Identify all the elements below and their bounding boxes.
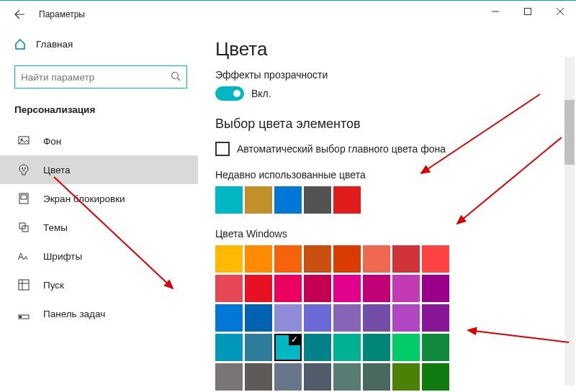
color-swatch[interactable] (392, 245, 420, 273)
search-box[interactable] (14, 65, 187, 88)
color-swatch[interactable] (215, 334, 243, 361)
color-swatch[interactable] (245, 275, 272, 302)
nav-icon (17, 279, 30, 291)
home-link[interactable]: Главная (14, 31, 191, 57)
nav-icon (17, 164, 30, 176)
color-swatch[interactable] (274, 245, 302, 273)
color-swatch[interactable] (392, 363, 420, 391)
transparency-label: Эффекты прозрачности (215, 69, 559, 81)
color-swatch[interactable] (215, 363, 243, 391)
scrollbar[interactable] (564, 57, 575, 386)
auto-color-label: Автоматический выбор главного цвета фона (237, 143, 446, 155)
auto-color-checkbox[interactable] (215, 142, 230, 156)
nav-item-3[interactable]: Темы (14, 213, 191, 242)
color-swatch[interactable] (392, 304, 420, 332)
nav-label: Цвета (43, 165, 71, 176)
transparency-toggle[interactable] (215, 86, 244, 101)
color-swatch[interactable] (333, 363, 361, 391)
search-input[interactable] (21, 72, 171, 83)
nav-item-0[interactable]: Фон (14, 127, 191, 155)
sidebar: Главная Персонализация ФонЦветаЭкран бло… (0, 28, 198, 392)
svg-point-6 (22, 168, 23, 169)
color-swatch[interactable] (304, 245, 331, 273)
maximize-button[interactable] (511, 1, 544, 22)
svg-text:A: A (24, 255, 28, 261)
nav-label: Экран блокировки (43, 193, 125, 204)
svg-rect-13 (19, 280, 29, 290)
nav-label: Пуск (43, 280, 64, 291)
svg-point-7 (24, 168, 26, 169)
svg-rect-10 (21, 195, 27, 199)
svg-rect-17 (19, 316, 22, 318)
nav-label: Фон (43, 136, 61, 147)
color-swatch[interactable] (363, 275, 390, 302)
color-swatch[interactable] (304, 186, 331, 214)
nav-item-4[interactable]: AAШрифты (14, 242, 191, 270)
color-swatch[interactable] (333, 304, 361, 332)
color-swatch[interactable] (215, 304, 243, 332)
nav-icon (17, 222, 30, 233)
svg-point-2 (172, 72, 179, 78)
home-label: Главная (36, 39, 73, 50)
nav-item-5[interactable]: Пуск (14, 270, 191, 299)
color-swatch[interactable] (304, 304, 331, 332)
color-swatch[interactable] (333, 275, 361, 302)
color-swatch[interactable] (304, 275, 331, 302)
nav-label: Шрифты (43, 251, 82, 262)
color-swatch[interactable] (333, 186, 361, 214)
color-swatch[interactable] (304, 334, 331, 361)
color-swatch[interactable] (392, 275, 420, 302)
color-swatch[interactable] (363, 363, 390, 391)
color-swatch[interactable] (215, 275, 243, 302)
nav-label: Панель задач (43, 309, 105, 319)
close-button[interactable] (544, 1, 576, 22)
color-swatch[interactable] (274, 334, 302, 361)
svg-point-8 (23, 170, 24, 171)
color-swatch[interactable] (245, 304, 272, 332)
color-swatch[interactable] (422, 334, 449, 361)
color-swatch[interactable] (363, 304, 390, 332)
color-swatch[interactable] (363, 245, 390, 273)
color-swatch[interactable] (274, 275, 302, 302)
color-swatch[interactable] (422, 304, 449, 332)
scrollbar-thumb[interactable] (564, 100, 575, 165)
minimize-button[interactable] (479, 1, 511, 22)
color-swatch[interactable] (215, 186, 243, 214)
color-swatch[interactable] (245, 334, 272, 361)
maximize-icon (524, 8, 531, 15)
nav-item-6[interactable]: Панель задач (14, 299, 191, 328)
nav-item-2[interactable]: Экран блокировки (14, 184, 191, 213)
recent-colors-label: Недавно использованные цвета (215, 169, 559, 181)
nav-item-1[interactable]: Цвета (0, 155, 198, 184)
accent-heading: Выбор цвета элементов (215, 117, 559, 132)
nav-list: ФонЦветаЭкран блокировкиТемыAAШрифтыПуск… (14, 127, 191, 328)
color-swatch[interactable] (392, 334, 420, 361)
color-swatch[interactable] (333, 334, 361, 361)
windows-colors-grid (215, 245, 559, 391)
arrow-left-icon (14, 9, 25, 20)
nav-icon (17, 135, 30, 147)
color-swatch[interactable] (422, 363, 449, 391)
window-title: Параметры (39, 9, 85, 19)
color-swatch[interactable] (422, 275, 449, 302)
home-icon (14, 38, 26, 50)
recent-colors-row (215, 186, 559, 214)
color-swatch[interactable] (333, 245, 361, 273)
nav-icon (17, 308, 30, 319)
back-button[interactable] (7, 2, 32, 27)
color-swatch[interactable] (245, 186, 272, 214)
toggle-state-label: Вкл. (251, 88, 271, 99)
color-swatch[interactable] (245, 363, 272, 391)
nav-icon (17, 193, 30, 204)
color-swatch[interactable] (304, 363, 331, 391)
svg-text:A: A (18, 252, 24, 262)
color-swatch[interactable] (274, 186, 302, 214)
color-swatch[interactable] (215, 245, 243, 273)
color-swatch[interactable] (274, 363, 302, 391)
titlebar: Параметры (0, 1, 576, 28)
section-title: Персонализация (14, 104, 191, 115)
color-swatch[interactable] (245, 245, 272, 273)
color-swatch[interactable] (274, 304, 302, 332)
color-swatch[interactable] (363, 334, 390, 361)
color-swatch[interactable] (422, 245, 449, 273)
